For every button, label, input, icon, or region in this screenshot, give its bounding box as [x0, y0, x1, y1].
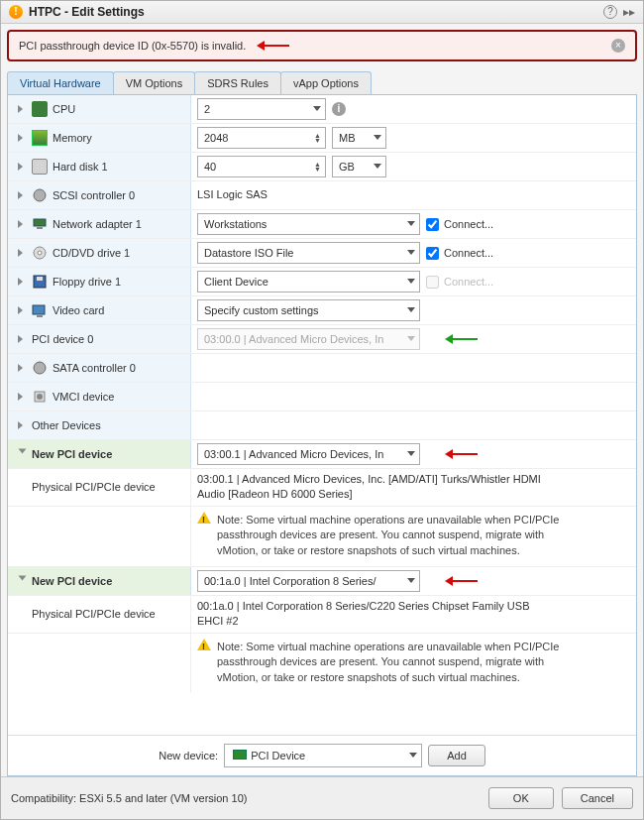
- video-select[interactable]: Specify custom settings: [197, 299, 420, 321]
- chevron-right-icon[interactable]: [18, 393, 27, 401]
- svg-point-9: [34, 362, 46, 374]
- scsi-value: LSI Logic SAS: [197, 187, 268, 202]
- compatibility-text: Compatibility: ESXi 5.5 and later (VM ve…: [11, 792, 247, 804]
- vmci-label: VMCI device: [53, 391, 114, 403]
- annotation-arrow-new1: [448, 453, 478, 455]
- tab-strip: Virtual Hardware VM Options SDRS Rules v…: [7, 71, 637, 94]
- chevron-right-icon[interactable]: [18, 306, 27, 314]
- close-icon[interactable]: ×: [611, 39, 625, 53]
- warning-icon: [197, 505, 211, 524]
- new-device-select[interactable]: PCI Device: [224, 744, 422, 767]
- cpu-label: CPU: [53, 103, 75, 115]
- cpu-icon: [32, 101, 48, 117]
- cancel-button[interactable]: Cancel: [562, 787, 633, 809]
- sata-label: SATA controller 0: [53, 362, 136, 374]
- chevron-down-icon[interactable]: [19, 575, 27, 584]
- video-icon: [32, 302, 48, 318]
- tab-vapp-options[interactable]: vApp Options: [280, 71, 372, 94]
- new-pci2-select[interactable]: 00:1a.0 | Intel Corporation 8 Series/: [197, 570, 420, 592]
- floppy-connect-checkbox: Connect...: [426, 276, 493, 289]
- annotation-arrow-existing: [448, 338, 478, 340]
- tab-vm-options[interactable]: VM Options: [113, 71, 195, 94]
- chevron-right-icon[interactable]: [18, 249, 27, 257]
- chevron-right-icon[interactable]: [18, 364, 27, 372]
- network-icon: [32, 216, 48, 232]
- chevron-right-icon[interactable]: [18, 191, 27, 199]
- annotation-arrow-new2: [448, 580, 478, 582]
- pci0-select: 03:00.0 | Advanced Micro Devices, In: [197, 328, 420, 350]
- warning-icon: [197, 632, 211, 650]
- floppy-select[interactable]: Client Device: [197, 271, 420, 293]
- chevron-right-icon[interactable]: [18, 163, 27, 171]
- svg-rect-6: [37, 277, 43, 281]
- svg-point-4: [38, 251, 42, 255]
- new-pci1-note: Note: Some virtual machine operations ar…: [217, 513, 574, 558]
- scsi-label: SCSI controller 0: [53, 189, 135, 201]
- svg-rect-1: [34, 219, 46, 226]
- dialog-footer: Compatibility: ESXi 5.5 and later (VM ve…: [1, 776, 643, 819]
- hdd-unit-select[interactable]: GB: [332, 156, 386, 177]
- hardware-panel: CPU 2 i Memory 2048: [7, 94, 637, 776]
- floppy-label: Floppy drive 1: [53, 276, 121, 288]
- memory-label: Memory: [53, 132, 92, 144]
- new-pci2-phys-text: 00:1a.0 | Intel Corporation 8 Series/C22…: [197, 599, 554, 630]
- new-pci1-select[interactable]: 03:00.1 | Advanced Micro Devices, In: [197, 443, 420, 465]
- new-pci2-label: New PCI device: [32, 575, 112, 587]
- new-pci1-phys-text: 03:00.1 | Advanced Micro Devices, Inc. […: [197, 472, 554, 503]
- new-pci1-label: New PCI device: [32, 448, 112, 460]
- warning-icon: !: [9, 5, 23, 19]
- cd-label: CD/DVD drive 1: [53, 247, 130, 259]
- new-pci1-phys-label: Physical PCI/PCIe device: [8, 469, 191, 506]
- help-icon[interactable]: ?: [603, 5, 617, 19]
- window-title: HTPC - Edit Settings: [29, 5, 597, 19]
- chevron-right-icon[interactable]: [18, 421, 27, 429]
- svg-rect-7: [33, 305, 45, 314]
- cd-connect-checkbox[interactable]: Connect...: [426, 247, 493, 260]
- floppy-icon: [32, 274, 48, 290]
- network-label: Network adapter 1: [53, 218, 142, 230]
- network-connect-checkbox[interactable]: Connect...: [426, 218, 493, 231]
- error-text: PCI passthrough device ID (0x-5570) is i…: [19, 40, 246, 52]
- ok-button[interactable]: OK: [488, 787, 554, 809]
- new-device-footer: New device: PCI Device Add: [8, 735, 636, 775]
- chevron-down-icon[interactable]: [19, 449, 27, 458]
- cd-select[interactable]: Datastore ISO File: [197, 242, 420, 264]
- memory-unit-select[interactable]: MB: [332, 127, 386, 149]
- svg-point-11: [37, 394, 43, 400]
- disk-icon: [32, 159, 48, 175]
- cd-icon: [32, 245, 48, 261]
- network-select[interactable]: Workstations: [197, 213, 420, 235]
- chevron-right-icon[interactable]: [18, 335, 27, 343]
- annotation-arrow-error: [260, 45, 289, 47]
- chevron-right-icon[interactable]: [18, 220, 27, 228]
- new-device-label: New device:: [159, 750, 218, 761]
- pci-icon: [233, 750, 247, 760]
- edit-settings-dialog: ! HTPC - Edit Settings ? ▸▸ PCI passthro…: [0, 0, 644, 820]
- chevron-right-icon[interactable]: [18, 105, 27, 113]
- info-icon[interactable]: i: [332, 102, 346, 116]
- chevron-right-icon[interactable]: [18, 278, 27, 286]
- chevron-right-icon[interactable]: [18, 134, 27, 142]
- memory-icon: [32, 130, 48, 146]
- add-button[interactable]: Add: [428, 745, 485, 766]
- new-pci2-note: Note: Some virtual machine operations ar…: [217, 640, 574, 685]
- sata-icon: [32, 360, 48, 376]
- cpu-select[interactable]: 2: [197, 98, 326, 120]
- memory-input[interactable]: 2048 ▲▼: [197, 127, 326, 149]
- video-label: Video card: [53, 304, 104, 316]
- svg-rect-8: [37, 315, 43, 317]
- hdd-label: Hard disk 1: [53, 161, 108, 173]
- other-label: Other Devices: [32, 419, 101, 431]
- vmci-icon: [32, 389, 48, 405]
- hdd-size-input[interactable]: 40 ▲▼: [197, 156, 326, 177]
- scsi-icon: [32, 187, 48, 203]
- expand-icon[interactable]: ▸▸: [623, 5, 635, 19]
- new-pci2-phys-label: Physical PCI/PCIe device: [8, 596, 191, 633]
- titlebar: ! HTPC - Edit Settings ? ▸▸: [1, 1, 643, 24]
- svg-rect-2: [37, 227, 43, 229]
- error-banner: PCI passthrough device ID (0x-5570) is i…: [7, 30, 637, 61]
- tab-sdrs-rules[interactable]: SDRS Rules: [194, 71, 281, 94]
- pci0-label: PCI device 0: [32, 333, 93, 345]
- tab-virtual-hardware[interactable]: Virtual Hardware: [7, 71, 114, 94]
- svg-point-0: [34, 189, 46, 201]
